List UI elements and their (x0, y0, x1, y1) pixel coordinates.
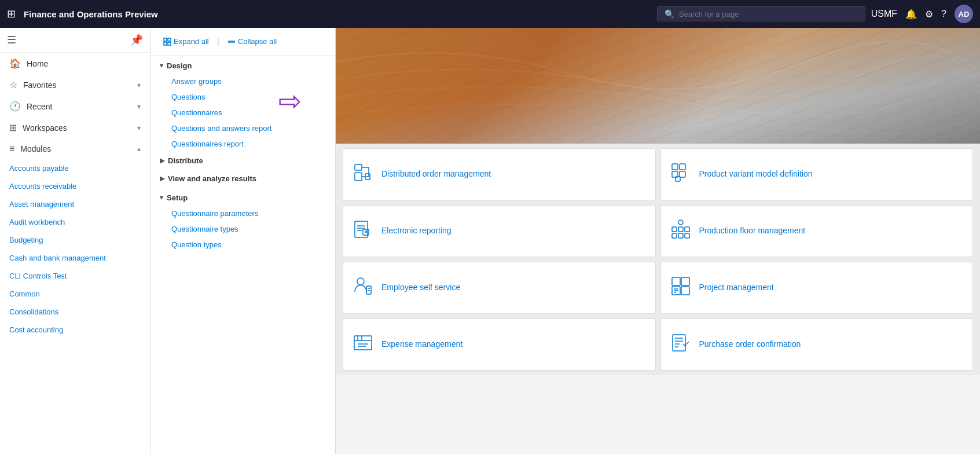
environment-label: USMF (871, 9, 897, 19)
collapse-all-button[interactable]: Collapse all (224, 35, 280, 48)
link-questionnaires-report[interactable]: Questionnaires report (151, 136, 335, 152)
section-setup-header[interactable]: ▾ Setup (151, 188, 335, 206)
link-questionnaires[interactable]: Questionnaires (151, 105, 335, 120)
employee-self-icon (353, 276, 373, 301)
sidebar-item-modules[interactable]: ≡ Modules ▴ (0, 138, 150, 159)
favorites-icon: ☆ (9, 79, 17, 90)
sidebar-item-label: Favorites (23, 80, 57, 90)
svg-rect-7 (355, 173, 362, 181)
tile-project-management[interactable]: Project management (660, 262, 974, 314)
hamburger-icon[interactable]: ☰ (7, 34, 16, 46)
expand-all-button[interactable]: Expand all (160, 35, 212, 48)
svg-rect-42 (354, 336, 372, 350)
middle-panel: Expand all | Collapse all ▾ Design Answe… (151, 28, 336, 454)
top-nav-right: USMF 🔔 ⚙ ? AD (871, 5, 973, 23)
search-icon: 🔍 (665, 9, 674, 19)
search-bar[interactable]: 🔍 (657, 6, 865, 21)
tile-expense-management[interactable]: Expense management (343, 318, 656, 371)
svg-rect-35 (672, 277, 680, 285)
main-layout: ☰ 📌 🏠 Home ☆ Favorites ▾ 🕐 Recent ▾ ⊞ Wo… (0, 28, 980, 454)
sidebar-top-icons: ☰ 📌 (0, 28, 150, 53)
sidebar-item-label: Home (27, 59, 48, 68)
panel-header: Expand all | Collapse all (151, 28, 335, 56)
top-navigation: ⊞ Finance and Operations Preview 🔍 USMF … (0, 0, 980, 28)
svg-rect-36 (681, 277, 689, 285)
tile-product-variant[interactable]: Product variant model definition (660, 148, 974, 200)
module-item-consolidations[interactable]: Consolidations (0, 303, 150, 321)
tile-label: Product variant model definition (699, 169, 813, 180)
electronic-reporting-icon (353, 219, 373, 244)
tile-purchase-order[interactable]: Purchase order confirmation (660, 318, 974, 371)
module-item-common[interactable]: Common (0, 285, 150, 303)
project-management-icon (670, 276, 691, 301)
recent-icon: 🕐 (9, 101, 21, 112)
sidebar-item-home[interactable]: 🏠 Home (0, 53, 150, 74)
user-avatar[interactable]: AD (955, 5, 973, 23)
link-questionnaire-parameters[interactable]: Questionnaire parameters (151, 206, 335, 221)
distributed-order-icon (353, 162, 373, 187)
module-item-audit-workbench[interactable]: Audit workbench (0, 213, 150, 231)
tile-electronic-reporting[interactable]: Electronic reporting (343, 205, 656, 257)
separator: | (217, 36, 219, 47)
svg-rect-3 (168, 42, 171, 45)
svg-rect-0 (164, 38, 167, 41)
tile-distributed-order[interactable]: Distributed order management (343, 148, 656, 200)
pin-icon[interactable]: 📌 (130, 34, 143, 46)
modules-icon: ≡ (9, 144, 14, 154)
sidebar-item-workspaces[interactable]: ⊞ Workspaces ▾ (0, 117, 150, 138)
tile-label: Electronic reporting (381, 225, 452, 237)
svg-rect-13 (680, 164, 685, 170)
tile-production-floor[interactable]: Production floor management (660, 205, 974, 257)
link-answer-groups[interactable]: Answer groups (151, 74, 335, 89)
svg-point-31 (357, 278, 364, 285)
module-item-cost-accounting[interactable]: Cost accounting (0, 321, 150, 339)
section-chevron-right: ▶ (160, 157, 164, 164)
module-item-cash-bank[interactable]: Cash and bank management (0, 249, 150, 267)
module-item-asset-management[interactable]: Asset management (0, 195, 150, 213)
svg-rect-12 (672, 164, 678, 170)
help-icon[interactable]: ? (941, 9, 946, 19)
tile-label: Purchase order confirmation (699, 339, 801, 350)
grid-icon[interactable]: ⊞ (7, 8, 16, 20)
svg-rect-4 (229, 41, 234, 42)
svg-rect-38 (681, 287, 689, 295)
section-distribute-header[interactable]: ▶ Distribute (151, 152, 335, 170)
chevron-down-icon: ▾ (137, 124, 141, 132)
section-design-header[interactable]: ▾ Design (151, 56, 335, 74)
tile-label: Project management (699, 282, 774, 294)
svg-rect-24 (672, 227, 677, 232)
svg-point-30 (678, 220, 683, 225)
svg-rect-32 (366, 286, 371, 294)
link-questionnaire-types[interactable]: Questionnaire types (151, 221, 335, 237)
notification-icon[interactable]: 🔔 (905, 9, 917, 20)
app-title: Finance and Operations Preview (24, 9, 158, 19)
link-question-types[interactable]: Question types (151, 237, 335, 252)
module-item-accounts-payable[interactable]: Accounts payable (0, 159, 150, 177)
section-view-analyze-header[interactable]: ▶ View and analyze results (151, 170, 335, 188)
svg-rect-29 (685, 233, 689, 238)
sidebar-item-favorites[interactable]: ☆ Favorites ▾ (0, 74, 150, 96)
section-chevron-down: ▾ (160, 194, 163, 202)
tile-label: Production floor management (699, 225, 806, 237)
sidebar-item-recent[interactable]: 🕐 Recent ▾ (0, 96, 150, 117)
chevron-down-icon: ▾ (137, 102, 141, 111)
link-questions-answers-report[interactable]: Questions and answers report (151, 120, 335, 136)
tile-employee-self[interactable]: Employee self service (343, 262, 656, 314)
section-chevron-down: ▾ (160, 62, 163, 69)
svg-rect-26 (685, 227, 689, 232)
svg-rect-28 (678, 233, 683, 238)
module-item-accounts-receivable[interactable]: Accounts receivable (0, 177, 150, 195)
module-item-budgeting[interactable]: Budgeting (0, 231, 150, 249)
sidebar-item-label: Workspaces (23, 123, 67, 133)
sidebar-item-label: Recent (27, 102, 52, 111)
settings-icon[interactable]: ⚙ (925, 9, 933, 20)
home-icon: 🏠 (9, 58, 21, 69)
link-questions[interactable]: Questions (151, 89, 335, 105)
svg-rect-27 (672, 233, 677, 238)
expand-icon (163, 38, 171, 46)
svg-rect-2 (164, 42, 167, 45)
module-item-cli-controls[interactable]: CLI Controls Test (0, 267, 150, 285)
section-chevron-right: ▶ (160, 175, 164, 182)
hero-svg (336, 28, 980, 144)
search-input[interactable] (679, 10, 858, 19)
